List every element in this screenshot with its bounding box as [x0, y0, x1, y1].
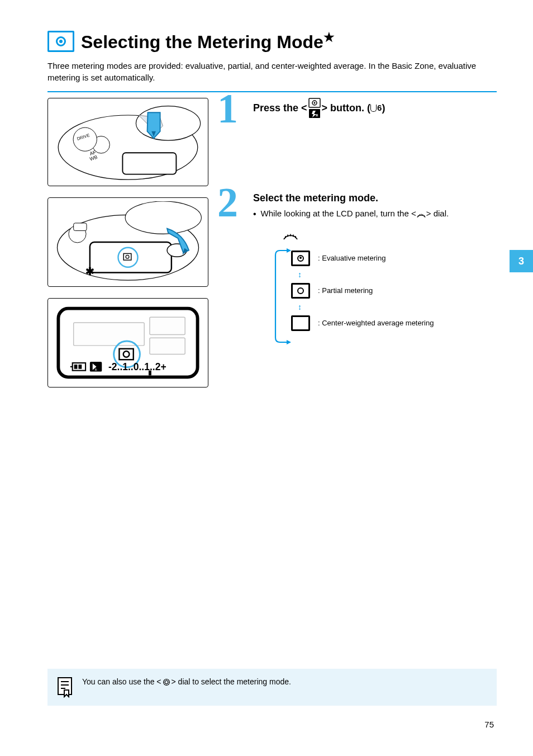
quick-control-dial-icon	[161, 678, 172, 686]
title-star: ★	[323, 30, 335, 44]
mode-partial: : Partial metering	[291, 283, 434, 299]
svg-rect-31	[78, 365, 82, 369]
svg-rect-30	[74, 365, 78, 369]
intro-paragraph: Three metering modes are provided: evalu…	[47, 60, 497, 83]
arrow-updown-1: ↕	[298, 271, 434, 278]
page-number: 75	[484, 720, 494, 729]
step1-heading: Press the < ± > button. ()	[253, 98, 497, 119]
svg-line-58	[168, 680, 168, 681]
main-dial-icon-large	[282, 228, 299, 242]
mode-evaluative: : Evaluative metering	[291, 251, 434, 266]
svg-rect-22	[74, 323, 145, 346]
svg-rect-20	[74, 223, 87, 231]
note-icon	[56, 677, 73, 700]
page-title: Selecting the Metering Mode★	[81, 31, 497, 52]
mode-center-weighted: : Center-weighted average metering	[291, 315, 434, 331]
main-dial-icon	[416, 210, 426, 218]
mode-partial-label: : Partial metering	[318, 286, 373, 295]
chapter-tab: 3	[510, 250, 533, 272]
svg-point-11	[125, 201, 201, 234]
svg-rect-4	[122, 153, 176, 174]
svg-point-50	[165, 681, 168, 684]
evaluative-metering-icon	[291, 251, 310, 266]
center-weighted-metering-icon	[291, 315, 310, 331]
svg-point-39	[313, 102, 315, 104]
svg-rect-12	[90, 242, 172, 273]
svg-line-56	[168, 684, 168, 684]
step1-post: > button. (	[322, 102, 370, 114]
svg-rect-36	[149, 371, 151, 376]
svg-text:✱: ✱	[85, 265, 94, 277]
svg-marker-43	[287, 248, 291, 253]
note-text: You can also use the < > dial to select …	[82, 677, 487, 688]
svg-point-1	[136, 106, 200, 140]
note-box: You can also use the < > dial to select …	[47, 669, 497, 706]
svg-marker-44	[287, 340, 291, 344]
svg-rect-23	[150, 317, 185, 334]
metering-mode-cycle-diagram: : Evaluative metering ↕ : Partial meteri…	[272, 228, 497, 347]
partial-metering-icon	[291, 283, 310, 299]
svg-rect-24	[150, 338, 185, 354]
mode-cw-label: : Center-weighted average metering	[318, 319, 434, 328]
figure-camera-dial: ✱	[47, 197, 208, 287]
note-pre: You can also use the <	[82, 677, 161, 686]
svg-text:±: ±	[316, 112, 318, 117]
metering-mode-icon	[47, 31, 74, 52]
step2-bullet-pre: While looking at the LCD panel, turn the…	[261, 209, 416, 218]
step2-bullet-post: > dial.	[426, 209, 449, 218]
step2-bullet: While looking at the LCD panel, turn the…	[253, 208, 497, 220]
figure-lcd-panel: ± -2..1..0..1..2+	[47, 298, 208, 388]
svg-text:-2..1..0..1..2+: -2..1..0..1..2+	[108, 361, 166, 372]
step1-end: )	[382, 102, 385, 114]
svg-text:±: ±	[95, 367, 98, 372]
note-post: > dial to select the metering mode.	[172, 677, 291, 686]
title-text: Selecting the Metering Mode	[81, 32, 323, 52]
svg-line-57	[164, 684, 165, 684]
timer-6-icon	[370, 102, 382, 114]
mode-evaluative-label: : Evaluative metering	[318, 254, 386, 263]
step2-heading: Select the metering mode.	[253, 192, 497, 205]
svg-rect-40	[309, 109, 320, 118]
step-number-2: 2	[217, 182, 238, 223]
metering-flash-button-icon: ±	[308, 98, 321, 119]
arrow-updown-2: ↕	[298, 303, 434, 311]
section-divider	[47, 91, 497, 92]
figure-camera-button: AF WB DRIVE	[47, 98, 208, 186]
step-number-1: 1	[217, 88, 238, 129]
svg-line-55	[164, 680, 165, 681]
step1-pre: Press the <	[253, 102, 307, 114]
